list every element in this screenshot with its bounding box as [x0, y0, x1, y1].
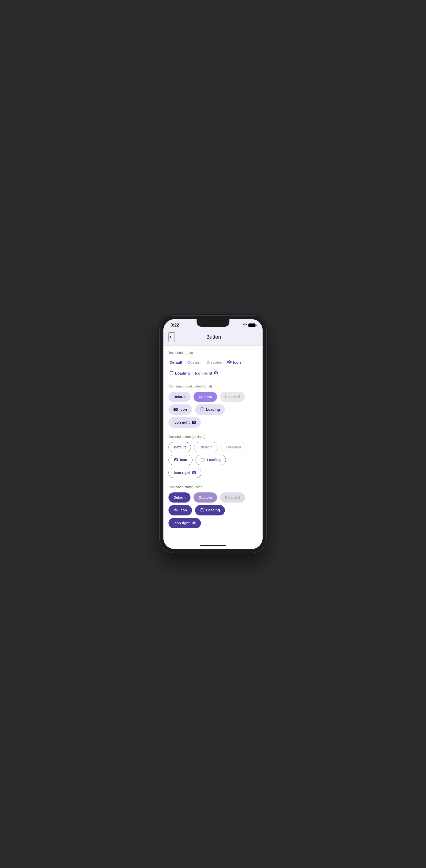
- outlined-button-row-3: Icon right: [169, 468, 257, 478]
- camera-icon-right: [214, 371, 218, 375]
- text-button-row-1: Default Custom Disabled Icon: [169, 358, 257, 367]
- section-outlined-button-label: Outlined button (outlined): [169, 435, 257, 439]
- svg-rect-11: [193, 421, 194, 421]
- text-disabled-button: Disabled: [206, 358, 224, 367]
- section-filled-button: Contained button (filled) Default Custom…: [169, 485, 257, 528]
- section-tonal-button-label: Contained-tonal button (tonal): [169, 384, 257, 388]
- spinner-outlined-icon: [201, 458, 205, 462]
- outlined-icon-button[interactable]: Icon: [169, 455, 192, 465]
- outlined-icon-right-button[interactable]: Icon right: [169, 468, 201, 478]
- text-icon-right-button[interactable]: Icon right: [194, 369, 219, 377]
- signal-icon: ···: [238, 324, 241, 326]
- spinner-tonal-icon: [200, 407, 204, 411]
- status-time: 3:22: [171, 323, 179, 328]
- tonal-default-button[interactable]: Default: [169, 392, 190, 402]
- status-icons: ···: [238, 323, 255, 327]
- home-indicator: [163, 543, 263, 549]
- svg-rect-8: [175, 408, 176, 408]
- outlined-disabled-button: Disabled: [221, 442, 246, 452]
- home-bar: [200, 545, 226, 546]
- phone-screen: 3:22 ··· < Button Text: [163, 319, 263, 549]
- filled-disabled-button: Disabled: [220, 492, 245, 502]
- text-icon-button[interactable]: Icon: [226, 358, 242, 367]
- tonal-button-row-2: Icon Loading: [169, 404, 257, 415]
- wifi-icon: [243, 323, 247, 327]
- section-text-button-label: Text button (text): [169, 351, 257, 354]
- camera-icon-filled-right: [192, 521, 196, 525]
- tonal-button-row-1: Default Custom Disabled: [169, 392, 257, 402]
- svg-rect-5: [215, 371, 217, 372]
- section-text-button: Text button (text) Default Custom Disabl…: [169, 351, 257, 377]
- text-loading-button[interactable]: Loading: [169, 369, 191, 377]
- text-default-button[interactable]: Default: [169, 358, 183, 367]
- section-outlined-button: Outlined button (outlined) Default Custo…: [169, 435, 257, 478]
- filled-loading-button[interactable]: Loading: [195, 505, 225, 516]
- spinner-filled-icon: [200, 508, 204, 512]
- tonal-loading-button[interactable]: Loading: [195, 404, 225, 415]
- svg-rect-14: [175, 458, 177, 459]
- camera-icon-outlined-right: [192, 471, 196, 475]
- filled-button-row-3: Icon right: [169, 518, 257, 528]
- text-custom-button[interactable]: Custom: [186, 358, 203, 367]
- spinner-icon: [170, 371, 174, 375]
- camera-icon-tonal: [174, 407, 178, 412]
- filled-custom-button[interactable]: Custom: [193, 492, 217, 502]
- filled-button-row-1: Default Custom Disabled: [169, 492, 257, 502]
- filled-button-row-2: Icon Loading: [169, 505, 257, 516]
- camera-icon-tonal-right: [192, 420, 196, 425]
- outlined-button-row-2: Icon Loading: [169, 455, 257, 465]
- svg-rect-20: [175, 508, 176, 509]
- svg-rect-2: [229, 361, 230, 361]
- tonal-icon-button[interactable]: Icon: [169, 404, 192, 415]
- page-title: Button: [177, 334, 257, 340]
- notch: [196, 319, 230, 327]
- outlined-loading-button[interactable]: Loading: [195, 455, 226, 465]
- filled-icon-right-button[interactable]: Icon right: [169, 518, 201, 528]
- back-button[interactable]: <: [169, 332, 175, 342]
- status-bar: 3:22 ···: [163, 319, 263, 329]
- tonal-custom-button[interactable]: Custom: [193, 392, 217, 402]
- camera-icon-outlined: [174, 458, 178, 462]
- svg-rect-23: [193, 521, 194, 522]
- battery-icon: [248, 323, 255, 327]
- tonal-disabled-button: Disabled: [220, 392, 245, 402]
- app-header: < Button: [163, 329, 263, 346]
- section-filled-button-label: Contained button (filled): [169, 485, 257, 489]
- text-button-row-2: Loading Icon right: [169, 369, 257, 377]
- outlined-default-button[interactable]: Default: [169, 442, 191, 452]
- tonal-button-row-3: Icon right: [169, 417, 257, 428]
- filled-default-button[interactable]: Default: [169, 492, 190, 502]
- main-content: Text button (text) Default Custom Disabl…: [163, 346, 263, 543]
- camera-icon-filled: [174, 508, 178, 513]
- phone-frame: 3:22 ··· < Button Text: [160, 316, 266, 553]
- svg-rect-17: [193, 471, 195, 472]
- tonal-icon-right-button[interactable]: Icon right: [169, 417, 201, 428]
- outlined-button-row-1: Default Custom Disabled: [169, 442, 257, 452]
- filled-icon-button[interactable]: Icon: [169, 505, 192, 516]
- section-tonal-button: Contained-tonal button (tonal) Default C…: [169, 384, 257, 428]
- camera-icon: [227, 360, 232, 365]
- outlined-custom-button[interactable]: Custom: [194, 442, 218, 452]
